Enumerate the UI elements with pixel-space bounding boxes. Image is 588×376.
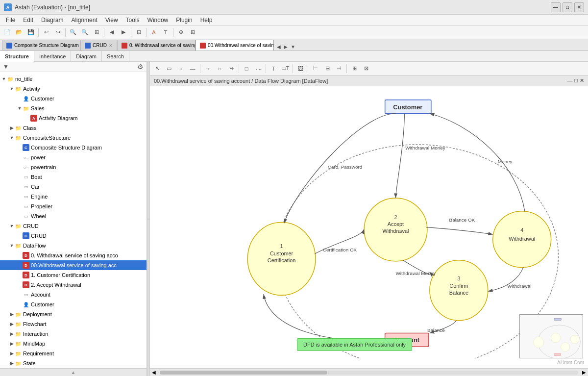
tree-item-csd[interactable]: C Composite Structure Diagram xyxy=(0,143,147,152)
tabs-navigation[interactable]: ◀ ▶ ▼ xyxy=(276,43,296,50)
toggle-interaction[interactable]: ▶ xyxy=(9,331,15,337)
tree-item-powertrain[interactable]: ○– powertrain xyxy=(0,162,147,172)
toggle-dataflow-folder[interactable]: ▼ xyxy=(9,243,15,249)
text-tool[interactable]: T xyxy=(268,63,279,74)
select-tool[interactable]: ↖ xyxy=(152,63,163,74)
canvas-min-button[interactable]: — xyxy=(567,77,572,84)
menu-view[interactable]: View xyxy=(101,16,122,25)
align-center[interactable]: ⊟ xyxy=(322,63,333,74)
tree-item-composite[interactable]: ▼ 📁 CompositeStructure xyxy=(0,133,147,143)
hscroll-track[interactable] xyxy=(160,371,578,375)
maximize-button[interactable]: □ xyxy=(563,2,572,12)
textbox-tool[interactable]: ▭T xyxy=(280,63,291,74)
hscroll-left[interactable]: ◀ xyxy=(150,370,158,375)
struct-tab-search[interactable]: Search xyxy=(102,51,129,62)
menu-file[interactable]: File xyxy=(2,16,19,25)
tree-item-crud-diagram[interactable]: C CRUD xyxy=(0,231,147,241)
tab-context[interactable]: 0. Withdrawal service of saving account[… xyxy=(117,40,196,50)
tree-item-requirement[interactable]: ▶ 📁 Requirement xyxy=(0,349,147,358)
open-button[interactable]: 📂 xyxy=(14,27,24,38)
tree-item-boat[interactable]: ▭ Boat xyxy=(0,172,147,182)
tab-dataflow[interactable]: 00.Withdrawal service of saving account … xyxy=(196,40,274,50)
zoom-fit-button[interactable]: ⊞ xyxy=(91,27,102,38)
new-button[interactable]: 📄 xyxy=(2,27,13,38)
tree-item-mindmap[interactable]: ▶ 📁 MindMap xyxy=(0,339,147,349)
distribute-h[interactable]: ⊞ xyxy=(349,63,360,74)
minimap[interactable] xyxy=(519,314,583,358)
align-left[interactable]: ⊢ xyxy=(310,63,321,74)
tabs-next-button[interactable]: ▶ xyxy=(283,43,289,50)
zoom-out-button[interactable]: 🔍 xyxy=(79,27,90,38)
dbl-arrow-tool[interactable]: ↔ xyxy=(214,63,225,74)
toggle-deployment[interactable]: ▶ xyxy=(9,311,15,317)
redo-button[interactable]: ↪ xyxy=(52,27,63,38)
process-tool[interactable]: □ xyxy=(241,63,252,74)
canvas-content[interactable]: Customer 1 Customer Certification 2 Acce… xyxy=(150,86,588,368)
tab-close-crud[interactable]: ✕ xyxy=(109,43,113,48)
image-tool[interactable]: 🖼 xyxy=(295,63,306,74)
menu-plugin[interactable]: Plugin xyxy=(172,16,196,25)
toggle-sales[interactable]: ▼ xyxy=(17,105,23,111)
close-button[interactable]: ✕ xyxy=(574,2,584,12)
menu-help[interactable]: Help xyxy=(196,16,217,25)
forward-button[interactable]: ▶ xyxy=(118,27,129,38)
toggle-no_title[interactable]: ▼ xyxy=(1,76,7,82)
tree-item-crud-folder[interactable]: ▼ 📁 CRUD xyxy=(0,221,147,231)
layout-button[interactable]: ⊟ xyxy=(133,27,144,38)
menu-tools[interactable]: Tools xyxy=(122,16,144,25)
ellipse-tool[interactable]: ○ xyxy=(175,63,186,74)
window-controls[interactable]: — □ ✕ xyxy=(551,2,584,12)
tree-item-class[interactable]: ▶ 📁 Class xyxy=(0,123,147,133)
tree-item-activity[interactable]: ▼ 📁 Activity xyxy=(0,84,147,94)
hscroll-thumb[interactable] xyxy=(160,371,327,375)
align-right[interactable]: ⊣ xyxy=(334,63,344,74)
canvas-hscroll[interactable]: ◀ ▶ xyxy=(150,368,588,376)
canvas-max-button[interactable]: □ xyxy=(574,77,578,84)
tree-item-state[interactable]: ▶ 📁 State xyxy=(0,358,147,368)
menu-diagram[interactable]: Diagram xyxy=(37,16,67,25)
toggle-state[interactable]: ▶ xyxy=(9,360,15,366)
tree-item-power[interactable]: ○– power xyxy=(0,152,147,162)
tree-item-df00[interactable]: D 00.Withdrawal service of saving acc xyxy=(0,260,147,270)
tree-item-df1[interactable]: D 1. Customer Certification xyxy=(0,270,147,280)
toggle-mindmap[interactable]: ▶ xyxy=(9,341,15,347)
canvas-close-button[interactable]: ✕ xyxy=(580,77,584,84)
toggle-class[interactable]: ▶ xyxy=(9,125,15,131)
snap-button[interactable]: ⊕ xyxy=(175,27,186,38)
tree-item-car[interactable]: ▭ Car xyxy=(0,182,147,192)
tree-item-dataflow-folder[interactable]: ▼ 📁 DataFlow xyxy=(0,241,147,251)
tree-item-interaction[interactable]: ▶ 📁 Interaction xyxy=(0,329,147,339)
dash-tool[interactable]: - - xyxy=(253,63,264,74)
arrow-tool[interactable]: → xyxy=(202,63,213,74)
tree-item-no_title[interactable]: ▼ 📁 no_title xyxy=(0,74,147,84)
sidebar-settings-icon[interactable]: ⚙ xyxy=(137,63,144,71)
toggle-crud-folder[interactable]: ▼ xyxy=(9,223,15,229)
toggle-requirement[interactable]: ▶ xyxy=(9,351,15,356)
struct-tab-structure[interactable]: Structure xyxy=(0,51,34,62)
tree-item-sales[interactable]: ▼ 📁 Sales xyxy=(0,103,147,113)
toggle-composite[interactable]: ▼ xyxy=(9,135,15,141)
tree-item-account[interactable]: ▭ Account xyxy=(0,290,147,300)
distribute-v[interactable]: ⊠ xyxy=(361,63,371,74)
minimize-button[interactable]: — xyxy=(551,2,561,12)
menu-alignment[interactable]: Alignment xyxy=(67,16,101,25)
back-button[interactable]: ◀ xyxy=(106,27,117,38)
canvas-header-controls[interactable]: — □ ✕ xyxy=(567,77,584,84)
line-tool[interactable]: — xyxy=(187,63,198,74)
tree-item-customer-df[interactable]: 👤 Customer xyxy=(0,300,147,309)
tree-item-customer-activity[interactable]: 👤 Customer xyxy=(0,94,147,103)
tree-item-df0[interactable]: D 0. Withdrawal service of saving acco xyxy=(0,251,147,260)
font-button[interactable]: T xyxy=(160,27,171,38)
toggle-activity[interactable]: ▼ xyxy=(9,86,15,92)
toggle-flowchart[interactable]: ▶ xyxy=(9,321,15,327)
tree-item-activity-diagram[interactable]: A Activity Diagram xyxy=(0,113,147,123)
save-button[interactable]: 💾 xyxy=(25,27,36,38)
tree-item-df2[interactable]: D 2. Accept Withdrawal xyxy=(0,280,147,290)
color-button[interactable]: A xyxy=(148,27,159,38)
tabs-menu-button[interactable]: ▼ xyxy=(290,43,296,50)
tab-composite[interactable]: Composite Structure Diagram ✕ xyxy=(2,40,80,50)
tree-item-wheel[interactable]: ▭ Wheel xyxy=(0,211,147,221)
struct-tab-inheritance[interactable]: Inheritance xyxy=(34,51,71,62)
undo-button[interactable]: ↩ xyxy=(41,27,51,38)
struct-tab-diagram[interactable]: Diagram xyxy=(71,51,102,62)
